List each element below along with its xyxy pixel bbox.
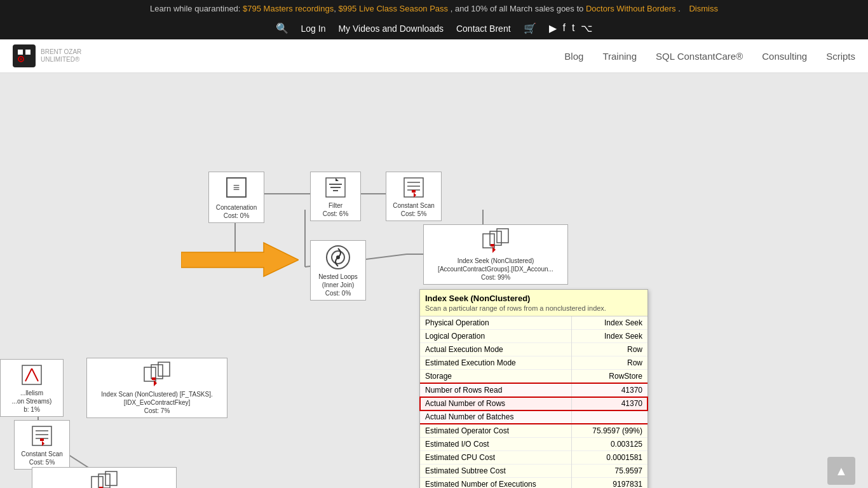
nav-training[interactable]: Training: [602, 48, 637, 64]
table-row: Estimated CPU Cost0.0001581: [420, 451, 648, 464]
youtube-icon[interactable]: ▶: [549, 22, 557, 34]
main-nav: Blog Training SQL ConstantCare® Consulti…: [564, 48, 855, 64]
announcement-text-suffix: .: [678, 4, 681, 13]
table-row: Logical OperationIndex Seek: [420, 330, 648, 343]
table-row: Estimated Subtree Cost75.9597: [420, 464, 648, 478]
svg-rect-28: [412, 190, 416, 193]
parallelism-label: ...llelism...on Streams): [4, 389, 59, 405]
twitter-icon[interactable]: t: [572, 22, 574, 34]
content-area: ≡ Concatenation Cost: 0% Filter Cost: 6%: [0, 73, 868, 488]
tooltip-value: 75.9597 (99%): [572, 424, 648, 438]
node-index-scan[interactable]: Index Scan (NonClustered) [F_TASKS].[IDX…: [86, 358, 227, 418]
table-row: Physical OperationIndex Seek: [420, 316, 648, 330]
tooltip-key: Logical Operation: [420, 330, 572, 343]
logo-text: BRENT OZAR UNLIMITED®: [41, 48, 81, 64]
tooltip-key: Estimated Operator Cost: [420, 424, 572, 438]
table-row: Estimated Execution ModeRow: [420, 356, 648, 370]
table-row: Actual Execution ModeRow: [420, 343, 648, 356]
logo-icon: [13, 44, 36, 67]
table-row: StorageRowStore: [420, 370, 648, 384]
parallelism-cost: b: 1%: [4, 405, 59, 414]
filter-label: Filter: [315, 201, 356, 210]
nav-consulting[interactable]: Consulting: [762, 48, 807, 64]
nested-loops-cost: Cost: 0%: [315, 289, 362, 297]
logo-area[interactable]: BRENT OZAR UNLIMITED®: [13, 44, 81, 67]
constant-scan-bottom-label: Constant Scan: [18, 450, 65, 458]
tooltip-value: Row: [572, 356, 648, 370]
constant-scan-top-cost: Cost: 5%: [390, 210, 437, 218]
node-parallelism[interactable]: ...llelism...on Streams) b: 1%: [0, 359, 64, 417]
tooltip-key: Actual Execution Mode: [420, 343, 572, 356]
tooltip-value: 75.9597: [572, 464, 648, 478]
tooltip-key: Actual Number of Batches: [420, 410, 572, 424]
tooltip-value: 41370: [572, 383, 648, 397]
tooltip-value: [572, 410, 648, 424]
tooltip-value: Row: [572, 343, 648, 356]
concatenation-label: Concatenation: [213, 203, 260, 212]
nav-sql-cc[interactable]: SQL ConstantCare®: [656, 48, 743, 64]
parallelism-icon: [4, 362, 59, 389]
videos-link[interactable]: My Videos and Downloads: [338, 24, 444, 34]
tooltip-key: Estimated Execution Mode: [420, 356, 572, 370]
svg-point-3: [20, 58, 22, 60]
tooltip-value: 9197831: [572, 478, 648, 489]
scroll-to-top-button[interactable]: ▲: [827, 457, 855, 485]
tooltip-value: Index Seek: [572, 316, 648, 330]
node-nested-loops[interactable]: Nested Loops(Inner Join) Cost: 0%: [310, 240, 366, 301]
constant-scan-top-label: Constant Scan: [390, 201, 437, 210]
orange-arrow: [181, 240, 299, 281]
index-seek-top-cost: Cost: 99%: [428, 273, 564, 281]
svg-line-38: [25, 369, 32, 381]
index-scan-label: Index Scan (NonClustered) [F_TASKS].[IDX…: [91, 390, 223, 407]
tooltip-value: Index Seek: [572, 330, 648, 343]
scroll-up-icon: ▲: [835, 464, 848, 478]
tooltip-value: 41370: [572, 397, 648, 410]
search-icon[interactable]: 🔍: [276, 22, 288, 34]
svg-rect-51: [92, 477, 103, 488]
announcement-dismiss[interactable]: Dismiss: [689, 4, 718, 13]
nav-bar: 🔍 Log In My Videos and Downloads Contact…: [0, 17, 868, 39]
tooltip-header: Index Seek (NonClustered) Scan a particu…: [420, 290, 648, 316]
announcement-link2[interactable]: $995 Live Class Season Pass: [338, 4, 448, 13]
node-index-seek-bottom[interactable]: Index Seek (NonClustered)[AccountContrac…: [32, 467, 177, 488]
node-constant-scan-bottom[interactable]: Constant Scan Cost: 5%: [14, 420, 70, 470]
svg-line-39: [32, 369, 38, 381]
nav-blog[interactable]: Blog: [564, 48, 583, 64]
index-seek-top-icon: [428, 227, 564, 257]
login-link[interactable]: Log In: [301, 24, 326, 34]
github-icon[interactable]: ⌥: [581, 22, 592, 34]
svg-rect-50: [40, 438, 44, 441]
node-filter[interactable]: Filter Cost: 6%: [310, 172, 361, 221]
contact-link[interactable]: Contact Brent: [456, 24, 511, 34]
node-concatenation[interactable]: ≡ Concatenation Cost: 0%: [208, 172, 264, 223]
nav-scripts[interactable]: Scripts: [826, 48, 855, 64]
concatenation-icon: ≡: [213, 175, 260, 203]
tooltip-popup: Index Seek (NonClustered) Scan a particu…: [419, 289, 648, 488]
nested-loops-icon: [315, 243, 362, 273]
svg-marker-15: [181, 243, 299, 276]
tooltip-table: Physical OperationIndex SeekLogical Oper…: [420, 316, 648, 488]
table-row: Actual Number of Batches: [420, 410, 648, 424]
index-seek-bottom-icon: [36, 470, 172, 488]
tooltip-value: 0.003125: [572, 438, 648, 451]
index-scan-icon: [91, 361, 223, 390]
facebook-icon[interactable]: f: [563, 22, 566, 34]
tooltip-key: Actual Number of Rows: [420, 397, 572, 410]
svg-rect-1: [25, 50, 31, 55]
logo-bar: BRENT OZAR UNLIMITED® Blog Training SQL …: [0, 39, 868, 73]
announcement-link3[interactable]: Doctors Without Borders: [586, 4, 676, 13]
announcement-link1[interactable]: $795 Masters recordings: [243, 4, 334, 13]
cart-icon[interactable]: 🛒: [524, 22, 536, 34]
svg-rect-37: [22, 365, 41, 384]
tooltip-key: Estimated CPU Cost: [420, 451, 572, 464]
tooltip-key: Estimated Subtree Cost: [420, 464, 572, 478]
constant-scan-top-icon: [390, 175, 437, 201]
svg-text:≡: ≡: [233, 181, 240, 194]
node-constant-scan-top[interactable]: Constant Scan Cost: 5%: [386, 172, 442, 221]
announcement-text-prefix: Learn while quarantined:: [150, 4, 243, 13]
table-row: Estimated I/O Cost0.003125: [420, 438, 648, 451]
tooltip-value: RowStore: [572, 370, 648, 384]
node-index-seek-top[interactable]: Index Seek (NonClustered)[AccountContrac…: [423, 224, 568, 285]
filter-cost: Cost: 6%: [315, 210, 356, 218]
table-row: Estimated Number of Executions9197831: [420, 478, 648, 489]
